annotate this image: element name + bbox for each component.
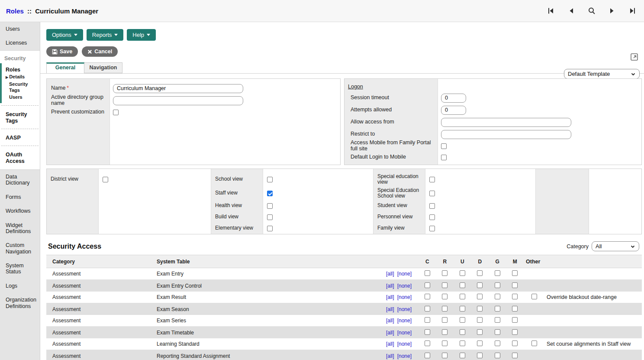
exam-entry-m-checkbox[interactable] (512, 270, 518, 276)
last-record-icon[interactable] (628, 7, 636, 15)
district-view-checkbox[interactable] (103, 177, 108, 182)
select-none-link[interactable]: [none] (397, 353, 412, 359)
build-view-checkbox[interactable] (267, 214, 273, 220)
sidebar-item-system-status[interactable]: System Status (0, 259, 40, 279)
previous-record-icon[interactable] (567, 7, 575, 15)
sidebar-item-organization-definitions[interactable]: Organization Definitions (0, 293, 40, 313)
reporting-standard-assignment-m-checkbox[interactable] (512, 353, 518, 358)
exam-series-m-checkbox[interactable] (512, 317, 518, 323)
access-mobile-from-family-portal-full-site-checkbox[interactable] (441, 143, 447, 149)
sidebar-item-workflows[interactable]: Workflows (0, 204, 40, 218)
learning-standard-r-checkbox[interactable] (442, 341, 448, 346)
sidebar-subitem-users[interactable]: Users (6, 93, 39, 101)
select-none-link[interactable]: [none] (397, 283, 412, 289)
exam-season-c-checkbox[interactable] (425, 306, 430, 311)
exam-entry-u-checkbox[interactable] (460, 270, 465, 276)
student-view-checkbox[interactable] (429, 203, 435, 209)
cancel-button[interactable]: Cancel (82, 46, 118, 57)
save-button[interactable]: Save (46, 46, 78, 57)
exam-series-c-checkbox[interactable] (425, 317, 430, 323)
tab-general[interactable]: General (46, 62, 84, 73)
sidebar-subitem-details[interactable]: ▶Details (6, 73, 39, 80)
breadcrumb-roles-link[interactable]: Roles (6, 7, 24, 15)
next-record-icon[interactable] (608, 7, 616, 15)
name-input[interactable] (113, 84, 243, 93)
reports-menu-button[interactable]: Reports (87, 29, 124, 41)
exam-entry-control-r-checkbox[interactable] (442, 282, 448, 288)
exam-entry-g-checkbox[interactable] (495, 270, 500, 276)
family-view-checkbox[interactable] (429, 226, 435, 231)
session-timeout-input[interactable] (441, 94, 466, 103)
exam-season-d-checkbox[interactable] (477, 306, 483, 311)
exam-timetable-c-checkbox[interactable] (425, 329, 430, 335)
exam-timetable-u-checkbox[interactable] (460, 329, 465, 335)
select-all-link[interactable]: [all] (386, 306, 394, 312)
help-menu-button[interactable]: Help (127, 29, 156, 41)
select-none-link[interactable]: [none] (397, 294, 412, 300)
select-all-link[interactable]: [all] (386, 330, 394, 336)
reporting-standard-assignment-u-checkbox[interactable] (460, 353, 465, 358)
options-menu-button[interactable]: Options (46, 29, 83, 41)
exam-season-m-checkbox[interactable] (512, 306, 518, 311)
learning-standard-m-checkbox[interactable] (512, 341, 518, 346)
exam-result-r-checkbox[interactable] (442, 294, 448, 299)
sidebar-group-security-tags[interactable]: Security Tags (0, 108, 40, 126)
special-education-school-view-checkbox[interactable] (429, 191, 435, 196)
select-all-link[interactable]: [all] (386, 341, 394, 347)
exam-entry-r-checkbox[interactable] (442, 270, 448, 276)
select-all-link[interactable]: [all] (386, 283, 394, 289)
exam-entry-control-c-checkbox[interactable] (425, 282, 430, 288)
category-filter-select[interactable]: All (592, 241, 639, 251)
reporting-standard-assignment-d-checkbox[interactable] (477, 353, 483, 358)
reporting-standard-assignment-g-checkbox[interactable] (495, 353, 500, 358)
personnel-view-checkbox[interactable] (429, 214, 435, 220)
sidebar-item-forms[interactable]: Forms (0, 190, 40, 204)
select-none-link[interactable]: [none] (397, 271, 412, 277)
elementary-view-checkbox[interactable] (267, 226, 273, 231)
exam-series-g-checkbox[interactable] (495, 317, 500, 323)
exam-entry-control-g-checkbox[interactable] (495, 282, 500, 288)
sidebar-item-custom-navigation[interactable]: Custom Navigation (0, 238, 40, 259)
learning-standard-c-checkbox[interactable] (425, 341, 430, 346)
exam-series-d-checkbox[interactable] (477, 317, 483, 323)
school-view-checkbox[interactable] (267, 177, 273, 182)
exam-result-d-checkbox[interactable] (477, 294, 483, 299)
restrict-to-input[interactable] (441, 130, 571, 139)
sidebar-group-roles[interactable]: Roles▶DetailsSecurity TagsUsers (0, 63, 40, 103)
sidebar-subitem-security-tags[interactable]: Security Tags (6, 80, 39, 94)
search-icon[interactable] (588, 7, 596, 15)
exam-entry-control-d-checkbox[interactable] (477, 282, 483, 288)
select-none-link[interactable]: [none] (397, 318, 412, 324)
active-directory-group-name-input[interactable] (113, 96, 243, 105)
special-education-view-checkbox[interactable] (429, 177, 435, 182)
sidebar-item-users[interactable]: Users (0, 22, 40, 36)
default-login-to-mobile-checkbox[interactable] (441, 155, 447, 160)
sidebar-item-widget-definitions[interactable]: Widget Definitions (0, 218, 40, 239)
exam-entry-d-checkbox[interactable] (477, 270, 483, 276)
maximize-icon[interactable] (631, 53, 638, 61)
select-all-link[interactable]: [all] (386, 318, 394, 324)
exam-timetable-g-checkbox[interactable] (495, 329, 500, 335)
exam-series-u-checkbox[interactable] (460, 317, 465, 323)
learning-standard-other-checkbox[interactable] (531, 341, 537, 346)
exam-result-c-checkbox[interactable] (425, 294, 430, 299)
exam-timetable-m-checkbox[interactable] (512, 329, 518, 335)
exam-timetable-r-checkbox[interactable] (442, 329, 448, 335)
exam-result-other-checkbox[interactable] (531, 294, 537, 299)
allow-access-from-input[interactable] (441, 118, 571, 127)
select-all-link[interactable]: [all] (386, 353, 394, 359)
select-all-link[interactable]: [all] (386, 294, 394, 300)
attempts-allowed-input[interactable] (441, 106, 466, 115)
reporting-standard-assignment-r-checkbox[interactable] (442, 353, 448, 358)
learning-standard-g-checkbox[interactable] (495, 341, 500, 346)
first-record-icon[interactable] (547, 7, 555, 15)
exam-entry-c-checkbox[interactable] (425, 270, 430, 276)
exam-timetable-d-checkbox[interactable] (477, 329, 483, 335)
sidebar-group-aasp[interactable]: AASP (0, 131, 40, 143)
learning-standard-u-checkbox[interactable] (460, 341, 465, 346)
reporting-standard-assignment-c-checkbox[interactable] (425, 353, 430, 358)
exam-result-m-checkbox[interactable] (512, 294, 518, 299)
health-view-checkbox[interactable] (267, 203, 273, 209)
select-none-link[interactable]: [none] (397, 306, 412, 312)
prevent-customization-checkbox[interactable] (113, 110, 119, 115)
